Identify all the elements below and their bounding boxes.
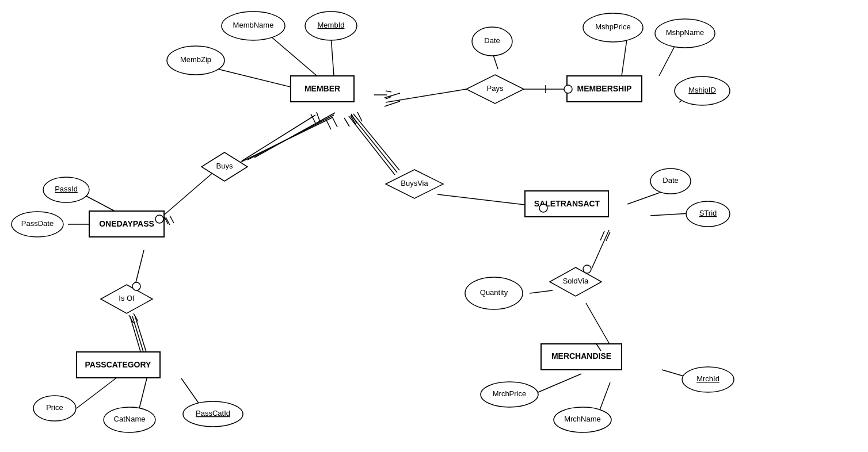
svg-line-3 bbox=[386, 89, 466, 102]
attr-strid: STrid bbox=[686, 201, 730, 227]
svg-text:MembId: MembId bbox=[318, 21, 345, 29]
svg-text:Date: Date bbox=[484, 36, 500, 45]
attr-mrchprice: MrchPrice bbox=[481, 382, 538, 407]
entity-passcategory-label: PASSCATEGORY bbox=[85, 360, 152, 369]
attr-membname: MembName bbox=[222, 12, 285, 40]
svg-line-23 bbox=[130, 316, 142, 355]
svg-line-30 bbox=[592, 230, 609, 269]
svg-line-38 bbox=[170, 216, 174, 223]
entity-passcategory: PASSCATEGORY bbox=[77, 352, 160, 378]
svg-line-43 bbox=[600, 231, 604, 240]
svg-text:PassId: PassId bbox=[55, 185, 78, 193]
svg-point-96 bbox=[155, 215, 163, 223]
svg-line-25 bbox=[77, 377, 118, 408]
er-diagram: MEMBER MEMBERSHIP ONEDAYPASS PASSCATEGOR… bbox=[0, 0, 868, 452]
svg-text:MembZip: MembZip bbox=[180, 55, 211, 64]
svg-line-24 bbox=[135, 315, 146, 352]
rel-soldvia: SoldVia bbox=[550, 267, 601, 296]
svg-point-106 bbox=[132, 282, 140, 290]
entity-member-label: MEMBER bbox=[304, 84, 340, 93]
svg-point-100 bbox=[539, 204, 547, 212]
svg-text:MrchId: MrchId bbox=[696, 374, 719, 383]
attr-passid: PassId bbox=[43, 177, 89, 202]
svg-point-102 bbox=[564, 85, 572, 93]
entity-saletransact: SALETRANSACT bbox=[525, 191, 608, 217]
svg-point-109 bbox=[583, 265, 591, 273]
attr-date-mem: Date bbox=[472, 27, 512, 56]
svg-line-4 bbox=[384, 93, 400, 98]
svg-line-1 bbox=[331, 36, 334, 76]
svg-text:PassDate: PassDate bbox=[21, 219, 54, 228]
svg-line-95 bbox=[317, 112, 320, 122]
rel-soldvia-label: SoldVia bbox=[563, 277, 589, 285]
svg-line-37 bbox=[332, 117, 337, 127]
attr-mrchid: MrchId bbox=[682, 367, 734, 392]
attr-date-sale: Date bbox=[650, 168, 691, 194]
svg-line-16 bbox=[349, 116, 395, 175]
attr-quantity: Quantity bbox=[465, 277, 523, 309]
svg-text:MshipID: MshipID bbox=[688, 86, 716, 94]
svg-line-2 bbox=[213, 68, 299, 89]
svg-text:CatName: CatName bbox=[114, 415, 146, 423]
entity-member: MEMBER bbox=[291, 76, 354, 102]
svg-line-32 bbox=[586, 303, 610, 345]
svg-line-17 bbox=[353, 114, 399, 170]
svg-line-93 bbox=[242, 115, 315, 161]
svg-text:MrchName: MrchName bbox=[564, 415, 601, 423]
rel-buysvia-label: BuysVia bbox=[401, 179, 428, 187]
svg-text:MembName: MembName bbox=[233, 21, 274, 29]
rel-pays-label: Pays bbox=[487, 84, 504, 93]
svg-line-104 bbox=[386, 91, 391, 92]
rel-isof-label: Is Of bbox=[119, 294, 135, 302]
svg-line-34 bbox=[599, 382, 610, 413]
svg-text:STrid: STrid bbox=[699, 209, 717, 217]
entity-membership-label: MEMBERSHIP bbox=[577, 84, 632, 93]
svg-line-44 bbox=[606, 232, 610, 241]
attr-membzip: MembZip bbox=[167, 46, 224, 75]
attr-membid: MembId bbox=[305, 12, 357, 40]
svg-text:Quantity: Quantity bbox=[480, 288, 508, 297]
attr-passdate: PassDate bbox=[12, 212, 63, 237]
svg-line-13 bbox=[254, 113, 335, 158]
svg-line-0 bbox=[271, 36, 322, 81]
svg-text:MshpName: MshpName bbox=[666, 28, 704, 37]
entity-onedaypass: ONEDAYPASS bbox=[89, 211, 164, 237]
attr-mshpprice: MshpPrice bbox=[583, 13, 643, 42]
rel-pays: Pays bbox=[466, 75, 524, 104]
attr-mrchname: MrchName bbox=[554, 407, 611, 432]
svg-text:Price: Price bbox=[46, 403, 63, 412]
rel-buys-label: Buys bbox=[216, 162, 233, 170]
entity-membership: MEMBERSHIP bbox=[567, 76, 642, 102]
entity-merchandise-label: MERCHANDISE bbox=[551, 351, 611, 361]
svg-line-9 bbox=[659, 43, 676, 76]
svg-line-33 bbox=[534, 374, 581, 394]
svg-line-14 bbox=[161, 174, 212, 217]
entity-onedaypass-label: ONEDAYPASS bbox=[99, 219, 154, 228]
attr-catname: CatName bbox=[104, 407, 155, 432]
svg-line-36 bbox=[326, 119, 331, 129]
svg-line-22 bbox=[132, 316, 144, 354]
rel-isof: Is Of bbox=[101, 285, 153, 313]
svg-text:MshpPrice: MshpPrice bbox=[595, 22, 630, 31]
svg-text:PassCatId: PassCatId bbox=[196, 409, 230, 417]
svg-text:MrchPrice: MrchPrice bbox=[493, 389, 527, 398]
entity-merchandise: MERCHANDISE bbox=[541, 344, 622, 370]
attr-mshpname: MshpName bbox=[655, 19, 715, 48]
svg-line-31 bbox=[530, 290, 553, 293]
svg-line-21 bbox=[135, 250, 144, 285]
svg-line-15 bbox=[351, 115, 397, 173]
svg-text:Date: Date bbox=[663, 176, 678, 185]
attr-price: Price bbox=[33, 396, 76, 421]
svg-line-40 bbox=[344, 118, 349, 127]
attr-passcatid: PassCatId bbox=[183, 401, 243, 427]
attr-mshipid: MshipID bbox=[675, 76, 730, 105]
